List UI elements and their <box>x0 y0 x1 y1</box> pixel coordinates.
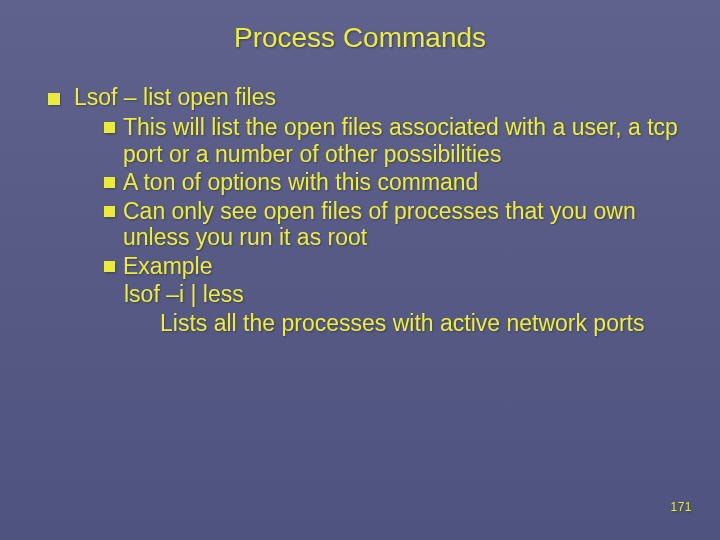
slide-title: Process Commands <box>0 0 720 54</box>
slide-body: Lsof – list open files This will list th… <box>0 54 720 336</box>
square-bullet-icon <box>48 93 60 105</box>
bullet-text: A ton of options with this command <box>123 169 680 195</box>
bullet-lvl2: This will list the open files associated… <box>104 114 680 167</box>
bullet-text: This will list the open files associated… <box>123 114 680 167</box>
bullet-lvl2: A ton of options with this command <box>104 169 680 195</box>
bullet-text: Lsof – list open files <box>74 84 680 110</box>
slide: Process Commands Lsof – list open files … <box>0 0 720 540</box>
bullet-lvl1: Lsof – list open files <box>48 84 680 110</box>
bullet-lvl2: Example <box>104 253 680 279</box>
example-description: Lists all the processes with active netw… <box>160 310 680 336</box>
example-command: lsof –i | less <box>124 281 680 307</box>
square-bullet-icon <box>104 122 115 133</box>
bullet-text: Example <box>123 253 680 279</box>
bullet-lvl2: Can only see open files of processes tha… <box>104 198 680 251</box>
page-number: 171 <box>670 500 692 514</box>
bullet-text: Can only see open files of processes tha… <box>123 198 680 251</box>
square-bullet-icon <box>104 206 115 217</box>
square-bullet-icon <box>104 177 115 188</box>
square-bullet-icon <box>104 261 115 272</box>
